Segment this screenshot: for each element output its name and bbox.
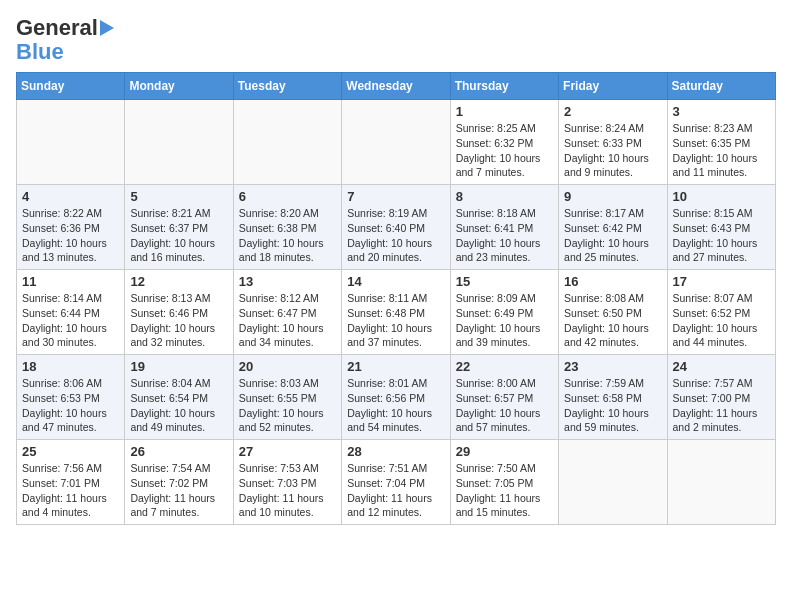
calendar-cell: 11Sunrise: 8:14 AMSunset: 6:44 PMDayligh…	[17, 270, 125, 355]
day-info: Sunrise: 7:50 AMSunset: 7:05 PMDaylight:…	[456, 461, 553, 520]
day-number: 26	[130, 444, 227, 459]
calendar-week-row: 1Sunrise: 8:25 AMSunset: 6:32 PMDaylight…	[17, 100, 776, 185]
day-number: 20	[239, 359, 336, 374]
day-number: 8	[456, 189, 553, 204]
calendar-cell: 18Sunrise: 8:06 AMSunset: 6:53 PMDayligh…	[17, 355, 125, 440]
day-number: 27	[239, 444, 336, 459]
day-number: 18	[22, 359, 119, 374]
calendar-cell: 7Sunrise: 8:19 AMSunset: 6:40 PMDaylight…	[342, 185, 450, 270]
calendar-cell: 24Sunrise: 7:57 AMSunset: 7:00 PMDayligh…	[667, 355, 775, 440]
day-number: 28	[347, 444, 444, 459]
day-info: Sunrise: 8:13 AMSunset: 6:46 PMDaylight:…	[130, 291, 227, 350]
logo: General Blue	[16, 16, 114, 64]
calendar-week-row: 25Sunrise: 7:56 AMSunset: 7:01 PMDayligh…	[17, 440, 776, 525]
day-info: Sunrise: 8:11 AMSunset: 6:48 PMDaylight:…	[347, 291, 444, 350]
weekday-header-sunday: Sunday	[17, 73, 125, 100]
calendar-cell: 17Sunrise: 8:07 AMSunset: 6:52 PMDayligh…	[667, 270, 775, 355]
day-info: Sunrise: 8:21 AMSunset: 6:37 PMDaylight:…	[130, 206, 227, 265]
day-info: Sunrise: 8:25 AMSunset: 6:32 PMDaylight:…	[456, 121, 553, 180]
day-info: Sunrise: 8:01 AMSunset: 6:56 PMDaylight:…	[347, 376, 444, 435]
calendar-cell: 5Sunrise: 8:21 AMSunset: 6:37 PMDaylight…	[125, 185, 233, 270]
logo-text-blue: Blue	[16, 40, 64, 64]
day-info: Sunrise: 8:18 AMSunset: 6:41 PMDaylight:…	[456, 206, 553, 265]
day-number: 7	[347, 189, 444, 204]
day-number: 3	[673, 104, 770, 119]
day-info: Sunrise: 7:53 AMSunset: 7:03 PMDaylight:…	[239, 461, 336, 520]
calendar-cell: 26Sunrise: 7:54 AMSunset: 7:02 PMDayligh…	[125, 440, 233, 525]
calendar-week-row: 18Sunrise: 8:06 AMSunset: 6:53 PMDayligh…	[17, 355, 776, 440]
day-info: Sunrise: 8:04 AMSunset: 6:54 PMDaylight:…	[130, 376, 227, 435]
weekday-header-tuesday: Tuesday	[233, 73, 341, 100]
day-number: 6	[239, 189, 336, 204]
calendar-week-row: 4Sunrise: 8:22 AMSunset: 6:36 PMDaylight…	[17, 185, 776, 270]
day-info: Sunrise: 8:17 AMSunset: 6:42 PMDaylight:…	[564, 206, 661, 265]
calendar-cell: 4Sunrise: 8:22 AMSunset: 6:36 PMDaylight…	[17, 185, 125, 270]
calendar-cell	[233, 100, 341, 185]
calendar-cell: 15Sunrise: 8:09 AMSunset: 6:49 PMDayligh…	[450, 270, 558, 355]
calendar-cell: 12Sunrise: 8:13 AMSunset: 6:46 PMDayligh…	[125, 270, 233, 355]
logo-arrow-icon	[100, 20, 114, 36]
weekday-header-wednesday: Wednesday	[342, 73, 450, 100]
calendar-cell: 29Sunrise: 7:50 AMSunset: 7:05 PMDayligh…	[450, 440, 558, 525]
day-info: Sunrise: 7:56 AMSunset: 7:01 PMDaylight:…	[22, 461, 119, 520]
day-info: Sunrise: 8:06 AMSunset: 6:53 PMDaylight:…	[22, 376, 119, 435]
calendar-body: 1Sunrise: 8:25 AMSunset: 6:32 PMDaylight…	[17, 100, 776, 525]
day-info: Sunrise: 8:07 AMSunset: 6:52 PMDaylight:…	[673, 291, 770, 350]
logo-text-general: General	[16, 16, 98, 40]
day-number: 22	[456, 359, 553, 374]
day-number: 17	[673, 274, 770, 289]
day-info: Sunrise: 8:22 AMSunset: 6:36 PMDaylight:…	[22, 206, 119, 265]
day-number: 9	[564, 189, 661, 204]
day-info: Sunrise: 8:08 AMSunset: 6:50 PMDaylight:…	[564, 291, 661, 350]
weekday-header-friday: Friday	[559, 73, 667, 100]
calendar-cell: 16Sunrise: 8:08 AMSunset: 6:50 PMDayligh…	[559, 270, 667, 355]
calendar-cell: 21Sunrise: 8:01 AMSunset: 6:56 PMDayligh…	[342, 355, 450, 440]
day-info: Sunrise: 8:23 AMSunset: 6:35 PMDaylight:…	[673, 121, 770, 180]
day-number: 14	[347, 274, 444, 289]
day-number: 5	[130, 189, 227, 204]
calendar-cell: 22Sunrise: 8:00 AMSunset: 6:57 PMDayligh…	[450, 355, 558, 440]
calendar-cell	[17, 100, 125, 185]
day-info: Sunrise: 7:57 AMSunset: 7:00 PMDaylight:…	[673, 376, 770, 435]
calendar-cell: 20Sunrise: 8:03 AMSunset: 6:55 PMDayligh…	[233, 355, 341, 440]
calendar-cell: 13Sunrise: 8:12 AMSunset: 6:47 PMDayligh…	[233, 270, 341, 355]
day-info: Sunrise: 8:12 AMSunset: 6:47 PMDaylight:…	[239, 291, 336, 350]
calendar-cell	[667, 440, 775, 525]
calendar-table: SundayMondayTuesdayWednesdayThursdayFrid…	[16, 72, 776, 525]
calendar-cell: 25Sunrise: 7:56 AMSunset: 7:01 PMDayligh…	[17, 440, 125, 525]
weekday-header-saturday: Saturday	[667, 73, 775, 100]
day-info: Sunrise: 7:51 AMSunset: 7:04 PMDaylight:…	[347, 461, 444, 520]
calendar-cell: 2Sunrise: 8:24 AMSunset: 6:33 PMDaylight…	[559, 100, 667, 185]
day-info: Sunrise: 8:15 AMSunset: 6:43 PMDaylight:…	[673, 206, 770, 265]
calendar-cell: 9Sunrise: 8:17 AMSunset: 6:42 PMDaylight…	[559, 185, 667, 270]
calendar-cell: 1Sunrise: 8:25 AMSunset: 6:32 PMDaylight…	[450, 100, 558, 185]
page-header: General Blue	[16, 16, 776, 64]
day-number: 16	[564, 274, 661, 289]
weekday-header-row: SundayMondayTuesdayWednesdayThursdayFrid…	[17, 73, 776, 100]
day-number: 1	[456, 104, 553, 119]
day-number: 23	[564, 359, 661, 374]
calendar-cell: 6Sunrise: 8:20 AMSunset: 6:38 PMDaylight…	[233, 185, 341, 270]
day-number: 2	[564, 104, 661, 119]
day-number: 12	[130, 274, 227, 289]
calendar-cell: 10Sunrise: 8:15 AMSunset: 6:43 PMDayligh…	[667, 185, 775, 270]
day-number: 10	[673, 189, 770, 204]
day-info: Sunrise: 8:00 AMSunset: 6:57 PMDaylight:…	[456, 376, 553, 435]
day-number: 24	[673, 359, 770, 374]
day-info: Sunrise: 8:09 AMSunset: 6:49 PMDaylight:…	[456, 291, 553, 350]
day-info: Sunrise: 8:19 AMSunset: 6:40 PMDaylight:…	[347, 206, 444, 265]
day-info: Sunrise: 8:20 AMSunset: 6:38 PMDaylight:…	[239, 206, 336, 265]
calendar-cell	[559, 440, 667, 525]
calendar-cell: 14Sunrise: 8:11 AMSunset: 6:48 PMDayligh…	[342, 270, 450, 355]
day-number: 15	[456, 274, 553, 289]
calendar-cell: 28Sunrise: 7:51 AMSunset: 7:04 PMDayligh…	[342, 440, 450, 525]
calendar-header: SundayMondayTuesdayWednesdayThursdayFrid…	[17, 73, 776, 100]
day-info: Sunrise: 8:03 AMSunset: 6:55 PMDaylight:…	[239, 376, 336, 435]
day-number: 25	[22, 444, 119, 459]
calendar-week-row: 11Sunrise: 8:14 AMSunset: 6:44 PMDayligh…	[17, 270, 776, 355]
calendar-cell: 8Sunrise: 8:18 AMSunset: 6:41 PMDaylight…	[450, 185, 558, 270]
day-number: 21	[347, 359, 444, 374]
calendar-cell: 19Sunrise: 8:04 AMSunset: 6:54 PMDayligh…	[125, 355, 233, 440]
calendar-cell	[125, 100, 233, 185]
calendar-cell: 27Sunrise: 7:53 AMSunset: 7:03 PMDayligh…	[233, 440, 341, 525]
